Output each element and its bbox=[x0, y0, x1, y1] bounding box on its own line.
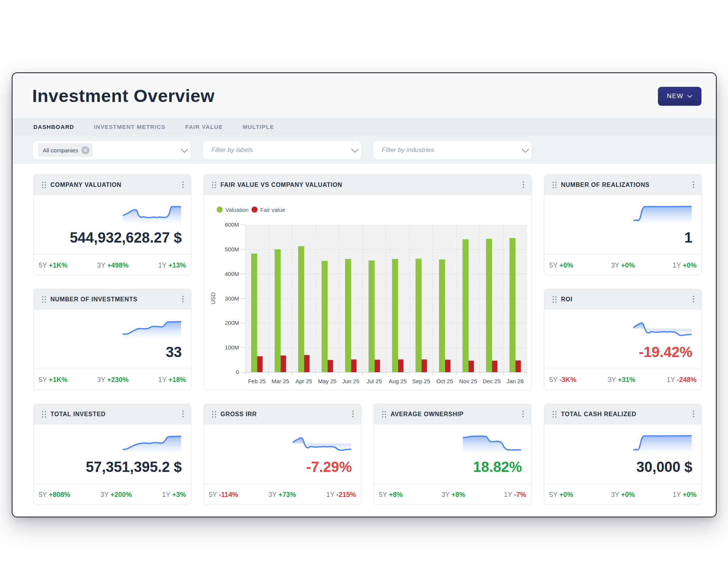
svg-text:Oct 25: Oct 25 bbox=[436, 378, 453, 384]
svg-text:Sep 25: Sep 25 bbox=[412, 378, 430, 384]
svg-text:Valuation: Valuation bbox=[225, 207, 248, 213]
svg-text:0: 0 bbox=[236, 369, 239, 375]
svg-text:200M: 200M bbox=[225, 320, 239, 326]
svg-text:500M: 500M bbox=[225, 246, 239, 252]
svg-text:May 25: May 25 bbox=[318, 378, 336, 384]
svg-text:400M: 400M bbox=[225, 271, 239, 277]
svg-text:Aug 25: Aug 25 bbox=[389, 378, 407, 384]
svg-text:100M: 100M bbox=[225, 344, 239, 351]
svg-text:Mar 25: Mar 25 bbox=[272, 378, 289, 384]
svg-text:Fair value: Fair value bbox=[260, 207, 285, 213]
svg-text:Jan 26: Jan 26 bbox=[506, 378, 523, 384]
svg-text:USD: USD bbox=[210, 292, 216, 304]
svg-text:Jun 25: Jun 25 bbox=[342, 378, 359, 384]
svg-text:Nov 25: Nov 25 bbox=[459, 378, 477, 384]
svg-text:Apr 25: Apr 25 bbox=[295, 378, 312, 384]
svg-text:Feb 25: Feb 25 bbox=[248, 378, 266, 384]
svg-text:Jul 25: Jul 25 bbox=[367, 378, 382, 384]
svg-text:300M: 300M bbox=[225, 295, 239, 302]
svg-text:Dec 25: Dec 25 bbox=[483, 378, 501, 384]
svg-text:600M: 600M bbox=[225, 221, 239, 228]
